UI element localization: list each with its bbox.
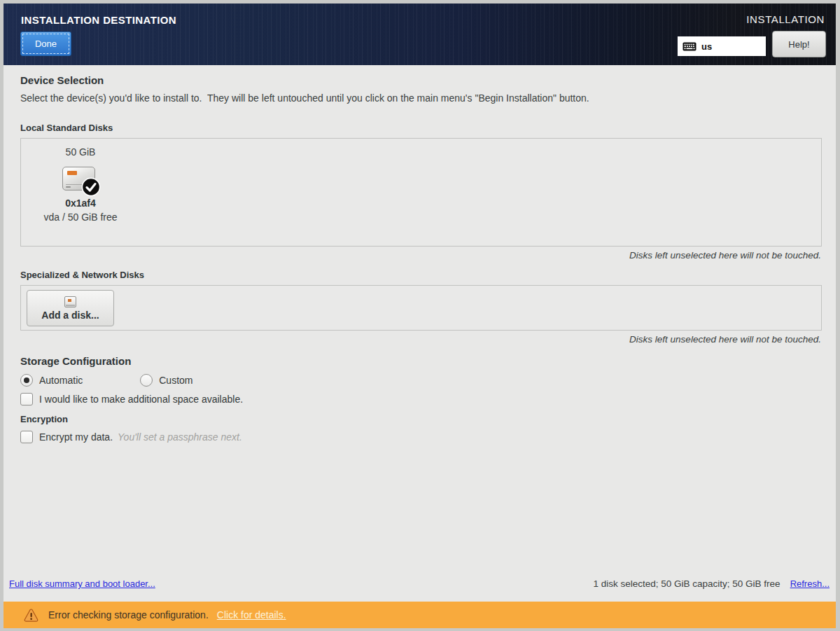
done-button[interactable]: Done <box>20 32 71 56</box>
device-selection-description: Select the device(s) you'd like to insta… <box>20 92 822 104</box>
local-disks-panel: 50 GiB 0x1af4 vda / 50 GiB free <box>20 138 822 247</box>
automatic-radio[interactable] <box>20 374 33 387</box>
network-disks-heading: Specialized & Network Disks <box>20 270 822 280</box>
installer-window: INSTALLATION DESTINATION Done INSTALLATI… <box>4 4 836 628</box>
keyboard-layout-indicator[interactable]: us <box>678 36 766 56</box>
local-disks-heading: Local Standard Disks <box>20 123 822 133</box>
footer-right: 1 disk selected; 50 GiB capacity; 50 GiB… <box>594 578 830 589</box>
device-selection-heading: Device Selection <box>20 74 822 86</box>
additional-space-row: I would like to make additional space av… <box>20 393 822 405</box>
network-disks-note: Disks left unselected here will not be t… <box>20 334 822 345</box>
help-button[interactable]: Help! <box>772 31 826 57</box>
encrypt-data-hint: You'll set a passphrase next. <box>118 431 242 443</box>
additional-space-label: I would like to make additional space av… <box>39 394 243 405</box>
full-disk-summary-link[interactable]: Full disk summary and boot loader... <box>9 578 155 589</box>
page-title: INSTALLATION DESTINATION <box>21 14 176 26</box>
storage-configuration-heading: Storage Configuration <box>20 355 822 367</box>
custom-radio[interactable] <box>140 374 153 387</box>
local-disks-note: Disks left unselected here will not be t… <box>20 250 822 261</box>
header-bar: INSTALLATION DESTINATION Done INSTALLATI… <box>4 4 836 65</box>
footer-bar: Full disk summary and boot loader... 1 d… <box>9 578 830 589</box>
network-disks-panel: Add a disk... <box>20 285 822 331</box>
disk-name: 0x1af4 <box>24 197 137 209</box>
disk-size: 50 GiB <box>24 146 137 158</box>
storage-error-message: Error checking storage configuration. <box>48 609 209 620</box>
small-disk-icon <box>64 296 76 307</box>
additional-space-checkbox[interactable] <box>20 393 33 405</box>
disk-selected-check-icon <box>81 177 101 197</box>
installation-label: INSTALLATION <box>746 13 825 25</box>
keyboard-icon <box>682 42 696 51</box>
disk-detail: vda / 50 GiB free <box>24 212 137 223</box>
warning-icon <box>24 609 38 622</box>
storage-error-bar: Error checking storage configuration. Cl… <box>4 602 836 628</box>
radio-item-custom: Custom <box>140 374 192 387</box>
automatic-radio-label: Automatic <box>39 375 83 386</box>
disk-selection-status: 1 disk selected; 50 GiB capacity; 50 GiB… <box>594 578 780 589</box>
disk-tile-vda[interactable]: 50 GiB 0x1af4 vda / 50 GiB free <box>24 146 137 223</box>
hard-disk-icon <box>60 164 101 197</box>
keyboard-layout-value: us <box>701 41 712 52</box>
encrypt-data-row: Encrypt my data. You'll set a passphrase… <box>20 431 822 443</box>
radio-item-automatic: Automatic <box>20 374 83 387</box>
refresh-link[interactable]: Refresh... <box>790 578 830 589</box>
encrypt-data-label: Encrypt my data. <box>39 431 113 443</box>
partitioning-options: Automatic Custom <box>20 374 822 387</box>
error-details-link[interactable]: Click for details. <box>217 609 286 620</box>
add-disk-button[interactable]: Add a disk... <box>27 290 114 326</box>
add-disk-label: Add a disk... <box>41 310 99 321</box>
custom-radio-label: Custom <box>159 375 192 386</box>
encrypt-data-checkbox[interactable] <box>20 431 33 443</box>
content-area: Device Selection Select the device(s) yo… <box>4 65 836 602</box>
encryption-heading: Encryption <box>20 414 822 424</box>
